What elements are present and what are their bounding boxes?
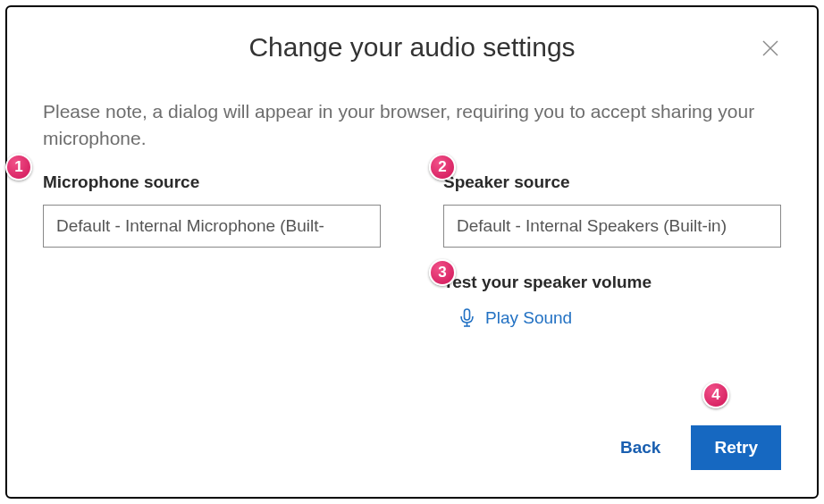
close-icon xyxy=(761,39,779,57)
modal-title: Change your audio settings xyxy=(43,32,781,63)
modal-footer: Back Retry xyxy=(611,425,781,470)
speaker-label: Speaker source xyxy=(443,172,781,192)
annotation-badge-3: 3 xyxy=(429,259,456,286)
speaker-select[interactable]: Default - Internal Speakers (Built-in) xyxy=(443,205,781,248)
play-sound-button[interactable]: Play Sound xyxy=(443,308,781,328)
annotation-badge-1: 1 xyxy=(5,154,32,181)
microphone-icon xyxy=(459,308,475,328)
microphone-label: Microphone source xyxy=(43,172,381,192)
audio-settings-modal: Change your audio settings Please note, … xyxy=(5,5,819,499)
microphone-column: Microphone source Default - Internal Mic… xyxy=(43,172,381,328)
modal-header: Change your audio settings xyxy=(43,32,781,63)
back-button[interactable]: Back xyxy=(611,427,669,468)
microphone-select[interactable]: Default - Internal Microphone (Built- xyxy=(43,205,381,248)
test-volume-label: Test your speaker volume xyxy=(443,273,781,292)
retry-button[interactable]: Retry xyxy=(691,425,781,470)
annotation-badge-4: 4 xyxy=(702,382,729,408)
modal-description: Please note, a dialog will appear in you… xyxy=(43,98,781,153)
svg-rect-2 xyxy=(465,309,470,320)
speaker-column: Speaker source Default - Internal Speake… xyxy=(443,172,781,328)
close-button[interactable] xyxy=(760,38,781,59)
play-sound-label: Play Sound xyxy=(485,308,572,328)
settings-columns: Microphone source Default - Internal Mic… xyxy=(43,172,781,328)
annotation-badge-2: 2 xyxy=(429,154,456,181)
